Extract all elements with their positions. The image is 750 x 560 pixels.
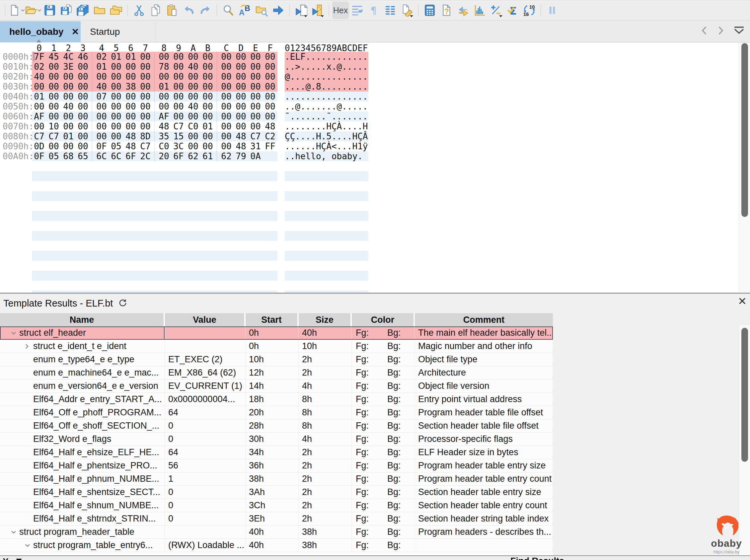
- hex-byte[interactable]: 00: [263, 92, 277, 101]
- hex-byte[interactable]: 00: [248, 82, 263, 92]
- template-row[interactable]: enum e_version64_e e_versionEV_CURRENT (…: [0, 380, 553, 393]
- copy-icon[interactable]: [147, 2, 164, 19]
- hex-bytes-block[interactable]: 00004000000000000000400000000000: [32, 101, 277, 112]
- hex-byte[interactable]: 05: [46, 151, 61, 161]
- hex-byte[interactable]: 00: [263, 72, 277, 82]
- hex-bytes-block[interactable]: 0F0568656C6C6F2C206F626162790A: [32, 151, 277, 161]
- hex-byte[interactable]: 00: [76, 62, 90, 72]
- hex-bytes-block[interactable]: 40000000000000000000000000000000: [32, 72, 277, 82]
- close-all-files-icon[interactable]: [108, 2, 124, 19]
- template-row[interactable]: struct e_ident_t e_ident0h10hFg:Bg:Magic…: [0, 340, 553, 353]
- file-properties-icon[interactable]: ?: [438, 2, 455, 19]
- template-row[interactable]: struct elf_header0h40hFg:Bg:The main elf…: [0, 326, 553, 340]
- hex-byte[interactable]: AF: [32, 112, 46, 121]
- hex-byte[interactable]: 00: [219, 82, 234, 92]
- hex-byte[interactable]: 40: [94, 82, 109, 92]
- hex-byte[interactable]: 46: [76, 52, 90, 62]
- column-header-color[interactable]: Color: [352, 313, 415, 326]
- hex-byte[interactable]: 62: [186, 151, 200, 161]
- close-file-icon[interactable]: [91, 2, 108, 19]
- hex-byte[interactable]: 00: [46, 62, 61, 72]
- hex-bytes-block[interactable]: [32, 191, 277, 201]
- hex-byte[interactable]: 01: [61, 132, 76, 141]
- hex-byte[interactable]: C2: [263, 132, 277, 141]
- hex-byte[interactable]: 00: [76, 92, 90, 101]
- hex-byte[interactable]: 00: [123, 72, 138, 82]
- find-icon[interactable]: [220, 2, 237, 19]
- ascii-cell[interactable]: ¯.......¯.......: [285, 112, 368, 121]
- hex-byte[interactable]: 48: [123, 132, 138, 141]
- hex-byte[interactable]: 3E: [61, 62, 76, 72]
- hex-byte[interactable]: 00: [186, 82, 200, 92]
- ascii-cell[interactable]: ..>.....x.@.....: [285, 62, 368, 72]
- hex-byte[interactable]: 00: [200, 92, 215, 101]
- hex-bytes-block[interactable]: 01000000070000000000000000000000: [32, 92, 277, 101]
- hex-byte[interactable]: 00: [138, 72, 153, 82]
- hex-byte[interactable]: 00: [46, 112, 61, 121]
- hex-bytes-block[interactable]: 7F454C46020101000000000000000000: [32, 52, 277, 62]
- undo-icon[interactable]: [180, 2, 197, 19]
- expander-down-icon[interactable]: [11, 530, 19, 535]
- template-row[interactable]: Elf64_Addr e_entry_START_A...0x000000000…: [0, 393, 553, 406]
- hex-byte[interactable]: C7: [32, 132, 46, 141]
- ascii-cell[interactable]: [285, 171, 368, 181]
- hex-byte[interactable]: C7: [171, 121, 186, 132]
- column-header-comment[interactable]: Comment: [415, 313, 553, 326]
- ascii-cell[interactable]: ....@.8.........: [285, 82, 368, 92]
- hex-byte[interactable]: 00: [109, 62, 123, 72]
- hex-byte[interactable]: 00: [219, 132, 234, 141]
- hex-byte[interactable]: 05: [109, 141, 123, 151]
- hex-byte[interactable]: 01: [157, 82, 171, 92]
- hex-byte[interactable]: 00: [61, 92, 76, 101]
- hex-byte[interactable]: 0F: [94, 141, 109, 151]
- hex-byte[interactable]: 40: [186, 101, 200, 112]
- hex-byte[interactable]: 00: [186, 132, 200, 141]
- hex-byte[interactable]: 00: [234, 62, 248, 72]
- hex-byte[interactable]: 00: [76, 101, 90, 112]
- hex-byte[interactable]: 00: [263, 52, 277, 62]
- close-template-results-icon[interactable]: ✕: [738, 296, 747, 306]
- redo-icon[interactable]: [197, 2, 214, 19]
- hex-byte[interactable]: 00: [61, 72, 76, 82]
- hex-byte[interactable]: 00: [123, 101, 138, 112]
- replace-icon[interactable]: AB: [237, 2, 253, 19]
- hex-bytes-block[interactable]: [32, 171, 277, 181]
- hex-byte[interactable]: 00: [200, 132, 215, 141]
- new-file-icon[interactable]: [8, 2, 25, 19]
- hex-bytes-block[interactable]: 02003E00010000007800400000000000: [32, 62, 277, 72]
- hex-byte[interactable]: 00: [138, 82, 153, 92]
- hex-byte[interactable]: 01: [200, 121, 215, 132]
- hex-byte[interactable]: 00: [200, 82, 215, 92]
- hex-byte[interactable]: 00: [157, 92, 171, 101]
- paste-icon[interactable]: [164, 2, 180, 19]
- next-tab-icon[interactable]: [717, 25, 725, 37]
- hex-byte[interactable]: AF: [157, 112, 171, 121]
- hex-byte[interactable]: 00: [248, 92, 263, 101]
- hex-byte[interactable]: 00: [263, 62, 277, 72]
- hex-editor[interactable]: 0123456789ABCDEF0123456789ABCDEF 0000h:7…: [0, 42, 750, 293]
- ascii-cell[interactable]: [285, 161, 368, 171]
- hex-bytes-block[interactable]: [32, 271, 277, 281]
- hex-byte[interactable]: 00: [234, 92, 248, 101]
- hex-byte[interactable]: 00: [171, 82, 186, 92]
- save-file-icon[interactable]: [41, 2, 58, 19]
- hex-byte[interactable]: 61: [200, 151, 215, 161]
- hex-byte[interactable]: 00: [186, 141, 200, 151]
- hex-byte[interactable]: 00: [76, 121, 90, 132]
- hex-byte[interactable]: C7: [46, 132, 61, 141]
- hex-byte[interactable]: 65: [76, 151, 90, 161]
- hex-bytes-block[interactable]: 0D0000000F0548C7C03C0000004831FF: [32, 141, 277, 151]
- hex-byte[interactable]: 15: [171, 132, 186, 141]
- hex-byte[interactable]: 6C: [94, 151, 109, 161]
- word-wrap-icon[interactable]: [349, 2, 366, 19]
- hex-byte[interactable]: 00: [61, 112, 76, 121]
- ascii-cell[interactable]: [285, 181, 368, 191]
- hex-byte[interactable]: 00: [138, 62, 153, 72]
- hex-byte[interactable]: 00: [263, 82, 277, 92]
- ascii-cell[interactable]: [285, 261, 368, 271]
- hex-byte[interactable]: 00: [219, 52, 234, 62]
- highlight-icon[interactable]: [398, 2, 415, 19]
- hex-byte[interactable]: 45: [46, 52, 61, 62]
- hex-byte[interactable]: 00: [46, 92, 61, 101]
- hex-byte[interactable]: 48: [157, 121, 171, 132]
